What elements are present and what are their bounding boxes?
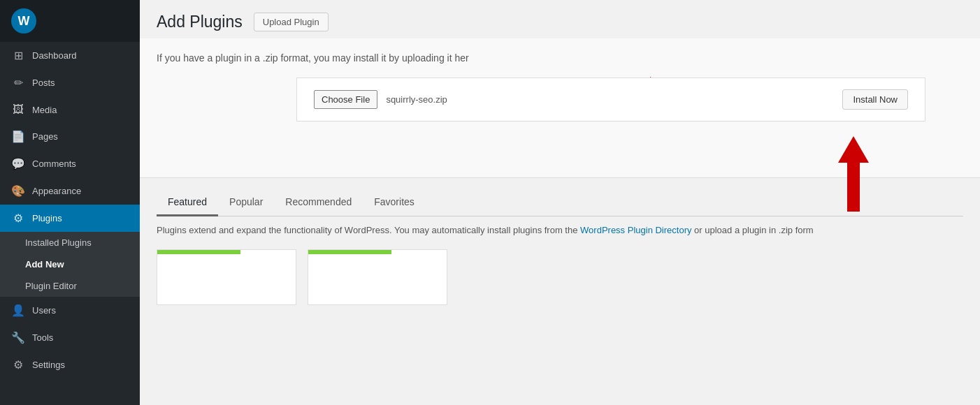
sidebar-item-label: Pages <box>32 131 58 142</box>
sidebar-item-label: Appearance <box>32 186 81 196</box>
main-content-area: Add Plugins Upload Plugin If you have a … <box>140 0 980 405</box>
plugin-description-text: Plugins extend and expand the functional… <box>140 216 980 244</box>
main-scrollable-content: If you have a plugin in a .zip format, y… <box>140 38 980 405</box>
sidebar-item-posts[interactable]: ✏ Posts <box>0 69 140 96</box>
sidebar-item-label: Users <box>32 305 56 316</box>
sidebar-item-users[interactable]: 👤 Users <box>0 297 140 324</box>
tools-icon: 🔧 <box>11 331 25 344</box>
plugin-cards-row <box>140 244 980 316</box>
sidebar-logo: W <box>0 0 140 42</box>
tab-featured[interactable]: Featured <box>157 189 218 216</box>
sidebar-item-label: Tools <box>32 332 53 343</box>
users-icon: 👤 <box>11 304 25 317</box>
sidebar-navigation: ⊞ Dashboard ✏ Posts 🖼 Media 📄 Pages 💬 Co… <box>0 42 140 405</box>
sidebar-item-label: Plugins <box>32 213 62 223</box>
submenu-installed-plugins[interactable]: Installed Plugins <box>0 232 140 253</box>
file-name-display: squirrly-seo.zip <box>386 94 447 105</box>
page-title: Add Plugins <box>157 13 243 31</box>
plugin-card <box>308 249 447 305</box>
settings-icon: ⚙ <box>11 358 25 371</box>
upload-plugin-button[interactable]: Upload Plugin <box>254 13 329 31</box>
submenu-add-new[interactable]: Add New <box>0 253 140 275</box>
posts-icon: ✏ <box>11 76 25 89</box>
tab-popular[interactable]: Popular <box>218 189 274 216</box>
page-header: Add Plugins Upload Plugin <box>140 0 980 38</box>
comments-icon: 💬 <box>11 157 25 170</box>
sidebar-item-dashboard[interactable]: ⊞ Dashboard <box>0 42 140 69</box>
sidebar-item-plugins[interactable]: ⚙ Plugins <box>0 205 140 232</box>
tab-favorites[interactable]: Favorites <box>363 189 426 216</box>
sidebar-item-media[interactable]: 🖼 Media <box>0 96 140 123</box>
arrow-up-install <box>838 136 869 212</box>
submenu-plugin-editor[interactable]: Plugin Editor <box>0 275 140 297</box>
upload-description: If you have a plugin in a .zip format, y… <box>157 52 786 64</box>
plugin-card <box>157 249 296 305</box>
plugins-submenu: Installed Plugins Add New Plugin Editor <box>0 232 140 297</box>
plugin-card-bar <box>308 250 391 254</box>
plugins-icon: ⚙ <box>11 212 25 225</box>
sidebar: W ⊞ Dashboard ✏ Posts 🖼 Media 📄 Pages 💬 … <box>0 0 140 405</box>
plugin-desc-start: Plugins extend and expand the functional… <box>157 225 580 235</box>
appearance-icon: 🎨 <box>11 184 25 198</box>
upload-area: If you have a plugin in a .zip format, y… <box>140 38 980 178</box>
media-icon: 🖼 <box>11 103 25 116</box>
sidebar-item-comments[interactable]: 💬 Comments <box>0 150 140 177</box>
plugin-card-bar <box>157 250 240 254</box>
tab-recommended[interactable]: Recommended <box>274 189 363 216</box>
file-upload-row: Choose File squirrly-seo.zip Install Now <box>296 78 925 122</box>
choose-file-button[interactable]: Choose File <box>314 90 377 109</box>
sidebar-item-settings[interactable]: ⚙ Settings <box>0 351 140 378</box>
sidebar-item-pages[interactable]: 📄 Pages <box>0 123 140 150</box>
sidebar-item-appearance[interactable]: 🎨 Appearance <box>0 177 140 205</box>
plugin-directory-link[interactable]: WordPress Plugin Directory <box>580 225 691 235</box>
sidebar-item-tools[interactable]: 🔧 Tools <box>0 324 140 351</box>
pages-icon: 📄 <box>11 130 25 143</box>
plugin-desc-end: or upload a plugin in .zip form <box>691 225 813 235</box>
sidebar-item-label: Dashboard <box>32 50 77 61</box>
sidebar-item-label: Comments <box>32 159 76 169</box>
sidebar-item-label: Posts <box>32 78 55 88</box>
sidebar-item-label: Settings <box>32 360 65 370</box>
wp-logo-icon: W <box>11 8 36 34</box>
install-now-button[interactable]: Install Now <box>842 89 908 110</box>
sidebar-item-label: Media <box>32 105 57 115</box>
dashboard-icon: ⊞ <box>11 49 25 62</box>
